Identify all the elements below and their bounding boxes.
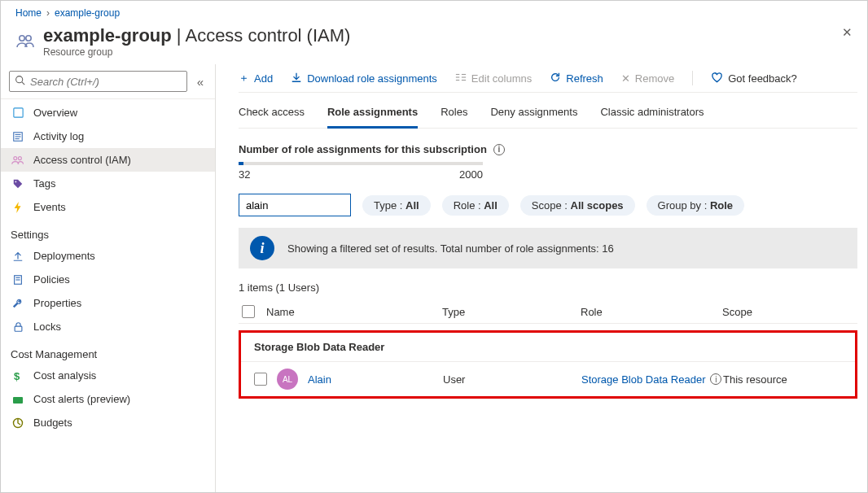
svg-rect-17	[13, 397, 23, 404]
sidebar-item-deployments[interactable]: Deployments	[1, 244, 215, 268]
alert-icon	[11, 394, 25, 405]
nav-label: Properties	[33, 297, 81, 309]
col-role[interactable]: Role	[581, 306, 722, 318]
svg-line-3	[22, 82, 24, 85]
nav-label: Access control (IAM)	[33, 154, 131, 166]
page-header: example-group | Access control (IAM) Res…	[1, 20, 867, 64]
sidebar-item-activity-log[interactable]: Activity log	[1, 124, 215, 148]
count-bar	[239, 162, 483, 165]
feedback-button[interactable]: Got feedback?	[711, 72, 797, 85]
count-min: 32	[239, 168, 250, 181]
btn-label: Edit columns	[471, 72, 532, 85]
svg-point-11	[15, 181, 17, 182]
col-type[interactable]: Type	[442, 306, 581, 318]
refresh-icon	[550, 72, 561, 85]
sidebar-item-locks[interactable]: Locks	[1, 315, 215, 338]
col-scope[interactable]: Scope	[722, 306, 854, 318]
plus-icon: ＋	[239, 71, 249, 85]
svg-point-0	[20, 35, 24, 40]
filter-role[interactable]: Role : All	[442, 195, 509, 216]
sidebar-search-input[interactable]	[30, 76, 182, 88]
nav-label: Overview	[33, 107, 77, 119]
btn-label: Refresh	[566, 72, 603, 85]
tab-check-access[interactable]: Check access	[239, 106, 305, 128]
download-button[interactable]: Download role assignments	[291, 72, 437, 85]
btn-label: Add	[254, 72, 273, 85]
breadcrumb: Home › example-group	[1, 1, 867, 20]
dollar-icon: $	[11, 370, 25, 382]
nav-label: Events	[33, 201, 66, 213]
add-button[interactable]: ＋ Add	[239, 71, 273, 85]
filter-search-input[interactable]	[239, 194, 351, 216]
col-name[interactable]: Name	[255, 306, 442, 318]
remove-button: ✕ Remove	[621, 72, 674, 85]
row-role-link[interactable]: Storage Blob Data Reader	[581, 373, 705, 386]
svg-text:$: $	[14, 370, 20, 382]
log-icon	[11, 131, 25, 142]
sidebar-item-events[interactable]: Events	[1, 195, 215, 219]
items-summary: 1 items (1 Users)	[239, 268, 857, 300]
toolbar-separator	[692, 71, 693, 85]
filter-scope[interactable]: Scope : All scopes	[520, 195, 635, 216]
sidebar-item-cost-alerts[interactable]: Cost alerts (preview)	[1, 387, 215, 411]
row-scope: This resource	[723, 373, 842, 386]
people-icon	[11, 155, 25, 166]
main-panel: ＋ Add Download role assignments Edit col…	[216, 64, 867, 493]
svg-point-1	[26, 35, 31, 40]
close-button[interactable]: ✕	[842, 25, 853, 40]
assignment-count: Number of role assignments for this subs…	[239, 129, 857, 189]
sidebar-search[interactable]	[9, 71, 187, 92]
page-subtitle: Resource group	[43, 46, 350, 58]
tab-deny-assignments[interactable]: Deny assignments	[490, 106, 577, 128]
svg-point-2	[16, 76, 23, 83]
info-icon[interactable]: i	[493, 144, 505, 155]
upload-icon	[11, 251, 25, 262]
sidebar-item-overview[interactable]: Overview	[1, 101, 215, 124]
row-checkbox[interactable]	[254, 373, 267, 386]
heart-icon	[711, 72, 723, 85]
tab-roles[interactable]: Roles	[441, 106, 467, 128]
btn-label: Remove	[635, 72, 674, 85]
sidebar-item-cost-analysis[interactable]: $ Cost analysis	[1, 364, 215, 387]
sidebar: « Overview Activity log Access control (…	[1, 64, 216, 493]
btn-label: Download role assignments	[307, 72, 437, 85]
budget-icon	[11, 417, 25, 429]
sidebar-item-access-control[interactable]: Access control (IAM)	[1, 148, 215, 172]
btn-label: Got feedback?	[728, 72, 797, 85]
row-name-link[interactable]: Alain	[308, 373, 331, 386]
sidebar-item-budgets[interactable]: Budgets	[1, 411, 215, 434]
select-all-checkbox[interactable]	[242, 305, 255, 318]
breadcrumb-home[interactable]: Home	[15, 7, 42, 19]
tab-classic-admins[interactable]: Classic administrators	[600, 106, 704, 128]
lock-icon	[11, 321, 25, 333]
nav-label: Cost analysis	[33, 369, 96, 382]
svg-rect-15	[15, 326, 22, 331]
nav-label: Deployments	[33, 250, 95, 262]
sidebar-item-policies[interactable]: Policies	[1, 268, 215, 291]
table-header: Name Type Role Scope	[239, 300, 857, 324]
table-row[interactable]: AL Alain User Storage Blob Data Reader i…	[241, 362, 855, 396]
edit-columns-button: Edit columns	[455, 72, 532, 85]
banner-text: Showing a filtered set of results. Total…	[287, 242, 614, 255]
info-circle-icon: i	[250, 236, 274, 260]
sidebar-item-properties[interactable]: Properties	[1, 291, 215, 315]
download-icon	[291, 72, 302, 85]
filter-groupby[interactable]: Group by : Role	[647, 195, 744, 216]
nav-label: Activity log	[33, 130, 84, 142]
tabs: Check access Role assignments Roles Deny…	[239, 93, 857, 129]
tab-role-assignments[interactable]: Role assignments	[327, 106, 418, 129]
breadcrumb-group[interactable]: example-group	[55, 7, 120, 19]
policy-icon	[11, 274, 25, 286]
sidebar-item-tags[interactable]: Tags	[1, 172, 215, 195]
avatar: AL	[277, 369, 298, 390]
filter-type[interactable]: Type : All	[362, 195, 431, 216]
refresh-button[interactable]: Refresh	[550, 72, 603, 85]
info-icon[interactable]: i	[710, 373, 721, 385]
count-title: Number of role assignments for this subs…	[239, 143, 487, 155]
collapse-sidebar-button[interactable]: «	[194, 75, 207, 89]
svg-point-9	[14, 156, 17, 159]
nav-label: Cost alerts (preview)	[33, 393, 130, 405]
bolt-icon	[11, 202, 25, 213]
cube-icon	[11, 107, 25, 119]
role-group-header: Storage Blob Data Reader	[241, 333, 855, 362]
